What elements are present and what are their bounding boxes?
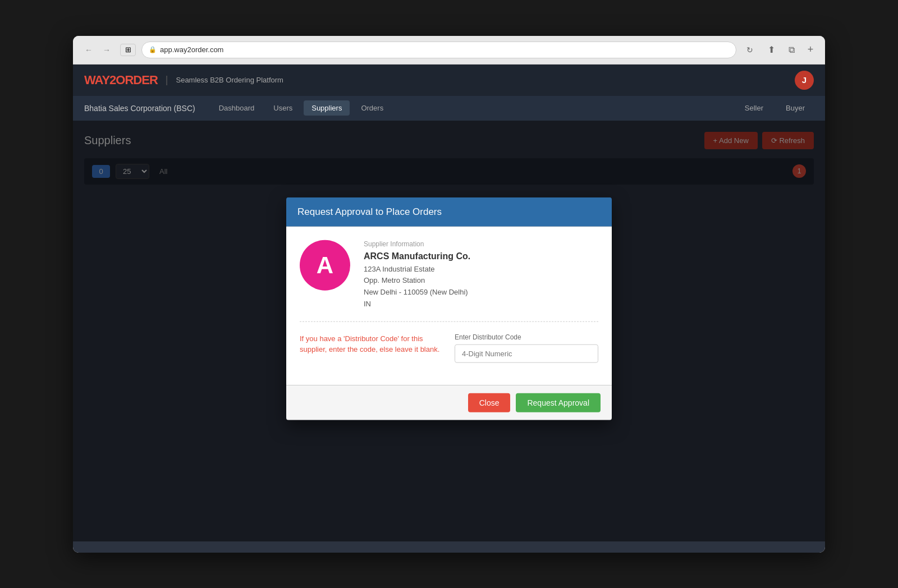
user-avatar[interactable]: J [795,71,814,90]
brand-divider: | [166,74,168,86]
address-line1: 123A Industrial Estate [364,263,598,275]
brand-logo: WAY2ORDER [84,73,158,88]
close-button[interactable]: Close [468,393,511,412]
nav-link-dashboard[interactable]: Dashboard [211,100,263,116]
brand-section: WAY2ORDER | Seamless B2B Ordering Platfo… [84,73,283,88]
top-nav: WAY2ORDER | Seamless B2B Ordering Platfo… [73,65,825,96]
request-approval-button[interactable]: Request Approval [516,393,601,412]
brand-tagline: Seamless B2B Ordering Platform [176,76,283,84]
browser-action-buttons: ⬆ ⧉ + [763,42,817,58]
address-line3: New Delhi - 110059 (New Delhi) [364,287,598,298]
tab-overview-button[interactable]: ⊞ [120,44,136,56]
forward-button[interactable]: → [99,42,114,58]
company-name: Bhatia Sales Corporation (BSC) [84,104,195,113]
sub-nav: Bhatia Sales Corporation (BSC) Dashboard… [73,96,825,121]
reload-button[interactable]: ↻ [742,42,758,58]
app-content: WAY2ORDER | Seamless B2B Ordering Platfo… [73,65,825,553]
sub-nav-right: Seller Buyer [736,100,814,116]
sub-nav-left: Bhatia Sales Corporation (BSC) Dashboard… [84,100,391,116]
distributor-input-group: Enter Distributor Code [455,333,598,362]
distributor-label: Enter Distributor Code [455,333,598,341]
address-bar[interactable]: 🔒 app.way2order.com [141,42,736,58]
brand-logo-text: WAY2ORDER [84,73,158,87]
main-content: Suppliers + Add New ⟳ Refresh 0 25 50 10… [73,121,825,541]
modal-header: Request Approval to Place Orders [286,197,612,226]
seller-role-button[interactable]: Seller [736,100,772,116]
nav-buttons: ← → [81,42,114,58]
supplier-info-label: Supplier Information [364,240,598,247]
new-tab-button[interactable]: + [804,43,817,57]
url-text: app.way2order.com [160,45,223,54]
modal-title: Request Approval to Place Orders [297,206,442,217]
browser-window: ← → ⊞ 🔒 app.way2order.com ↻ ⬆ ⧉ + WAY2OR… [73,36,825,553]
distributor-hint: If you have a 'Distributor Code' for thi… [300,333,443,355]
modal-container: Request Approval to Place Orders A Suppl… [286,197,612,420]
nav-link-users[interactable]: Users [265,100,300,116]
address-line2: Opp. Metro Station [364,275,598,287]
buyer-role-button[interactable]: Buyer [777,100,814,116]
tab-grid-icon: ⊞ [125,45,131,54]
supplier-name: ARCS Manufacturing Co. [364,251,598,261]
address-line4: IN [364,298,598,310]
lock-icon: 🔒 [149,46,157,53]
browser-toolbar: ← → ⊞ 🔒 app.way2order.com ↻ ⬆ ⧉ + [73,36,825,65]
share-button[interactable]: ⬆ [763,42,779,58]
distributor-section: If you have a 'Distributor Code' for thi… [300,333,598,362]
duplicate-button[interactable]: ⧉ [784,42,799,58]
sub-nav-links: Dashboard Users Suppliers Orders [211,100,392,116]
nav-link-suppliers[interactable]: Suppliers [304,100,350,116]
supplier-details: Supplier Information ARCS Manufacturing … [364,240,598,310]
nav-link-orders[interactable]: Orders [353,100,391,116]
distributor-code-input[interactable] [455,344,598,362]
supplier-info-section: A Supplier Information ARCS Manufacturin… [300,240,598,321]
supplier-address: 123A Industrial Estate Opp. Metro Statio… [364,263,598,310]
back-button[interactable]: ← [81,42,97,58]
modal-body: A Supplier Information ARCS Manufacturin… [286,226,612,385]
modal-footer: Close Request Approval [286,385,612,420]
supplier-avatar: A [300,240,350,290]
